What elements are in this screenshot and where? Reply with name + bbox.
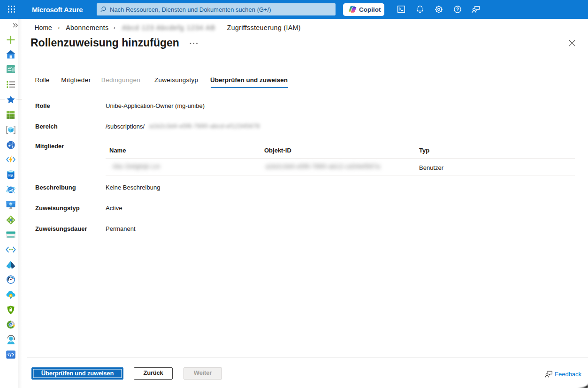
svg-text:$: $ [10,323,12,327]
svg-text:SQL: SQL [8,174,14,177]
svg-text:?: ? [456,7,459,12]
